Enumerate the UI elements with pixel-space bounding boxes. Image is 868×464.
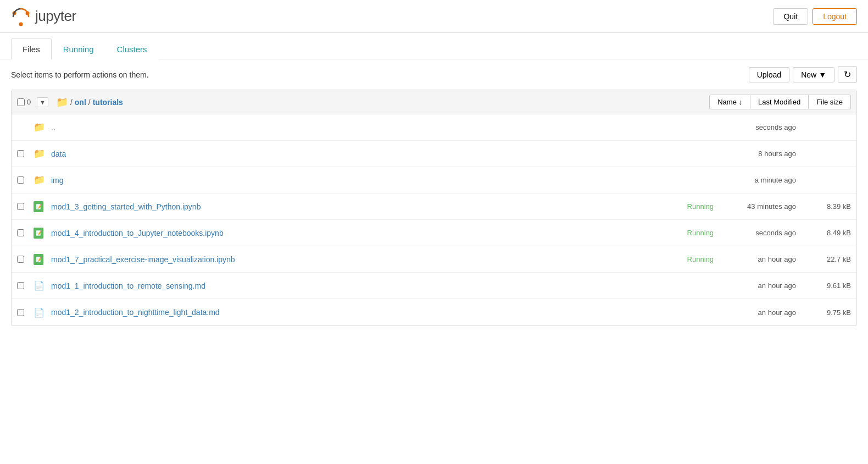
file-status: Running [670,202,714,211]
select-hint: Select items to perform actions on them. [11,70,149,79]
file-name-link[interactable]: data [51,150,670,158]
notebook-icon: 📝 [34,201,43,212]
file-check-area [17,282,34,289]
file-icon-area: 📝 [34,228,47,239]
select-all-area: 0 ▼ [17,97,48,107]
folder-icon: 📁 [34,148,45,159]
toolbar-actions: Upload New ▼ ↻ [749,66,857,83]
file-modified: an hour ago [719,308,807,317]
file-browser: 0 ▼ 📁 / onl / tutorials Name ↓ Last Modi… [11,90,857,326]
app-title: jupyter [35,8,76,25]
file-name-link[interactable]: mod1_4_introduction_to_Jupyter_notebooks… [51,229,670,237]
folder-icon: 📁 [34,174,45,186]
file-row: 📁 .. seconds ago [12,114,856,141]
file-size: 9.61 kB [807,281,851,290]
file-modified: an hour ago [719,255,807,263]
file-list: 📁 .. seconds ago 📁 data 8 hours ago 📁 im… [12,114,856,325]
file-check-area [17,229,34,236]
logout-button[interactable]: Logout [813,8,857,25]
file-status: Running [670,255,714,263]
file-row: 📝 mod1_3_getting_started_with_Python.ipy… [12,194,856,220]
breadcrumb-onl[interactable]: onl [75,98,86,107]
file-modified: a minute ago [719,176,807,184]
parent-folder-icon: 📁 [34,121,45,133]
tabs-bar: Files Running Clusters [0,38,868,59]
file-name-link[interactable]: mod1_1_introduction_to_remote_sensing.md [51,281,670,290]
file-icon-area: 📁 [34,148,47,159]
file-row: 📝 mod1_7_practical_exercise-image_visual… [12,246,856,273]
tab-files[interactable]: Files [11,38,52,59]
quit-button[interactable]: Quit [773,8,808,25]
header-buttons: Quit Logout [773,8,857,25]
breadcrumb-tutorials: tutorials [93,98,123,107]
file-icon-area: 📄 [34,307,47,318]
sort-name-label: Name ↓ [717,98,742,106]
svg-point-0 [19,22,23,26]
new-dropdown-arrow: ▼ [819,70,826,79]
file-name-link[interactable]: img [51,176,670,185]
folder-icon: 📁 [56,96,68,108]
upload-button[interactable]: Upload [749,67,789,82]
browser-header-right: Name ↓ Last Modified File size [709,95,851,109]
file-modified: seconds ago [719,123,807,131]
file-row: 📄 mod1_2_introduction_to_nighttime_light… [12,299,856,325]
file-row: 📁 data 8 hours ago [12,141,856,167]
file-row: 📄 mod1_1_introduction_to_remote_sensing.… [12,273,856,299]
notebook-icon: 📝 [34,254,43,265]
file-icon: 📄 [34,307,44,318]
file-checkbox[interactable] [17,229,24,236]
file-modified: 43 minutes ago [719,202,807,211]
file-icon-area: 📝 [34,201,47,212]
file-modified: 8 hours ago [719,150,807,158]
file-checkbox[interactable] [17,203,24,210]
file-icon: 📄 [34,280,44,291]
file-check-area [17,309,34,316]
file-check-area [17,203,34,210]
sort-size-button[interactable]: File size [809,95,851,109]
header: jupyter Quit Logout [0,0,868,33]
file-check-area [17,176,34,184]
sort-name-button[interactable]: Name ↓ [709,95,750,109]
file-name-link[interactable]: mod1_2_introduction_to_nighttime_light_d… [51,308,670,317]
file-checkbox[interactable] [17,309,24,316]
file-check-area [17,256,34,263]
toolbar: Select items to perform actions on them.… [0,59,868,90]
new-button-label: New [801,70,816,79]
logo: jupyter [11,7,76,26]
file-checkbox[interactable] [17,176,24,184]
tab-clusters[interactable]: Clusters [105,38,159,59]
file-checkbox[interactable] [17,256,24,263]
file-check-area [17,150,34,157]
file-icon-area: 📁 [34,174,47,186]
file-row: 📁 img a minute ago [12,167,856,194]
file-size: 9.75 kB [807,308,851,317]
notebook-icon: 📝 [34,228,43,239]
refresh-button[interactable]: ↻ [838,66,857,83]
file-status: Running [670,229,714,237]
file-checkbox[interactable] [17,150,24,157]
file-icon-area: 📁 [34,121,47,133]
file-size: 22.7 kB [807,255,851,263]
selected-count: 0 [27,98,35,106]
sort-modified-button[interactable]: Last Modified [750,95,809,109]
select-dropdown[interactable]: ▼ [37,97,48,107]
file-icon-area: 📝 [34,254,47,265]
breadcrumb: 📁 / onl / tutorials [56,96,123,108]
file-icon-area: 📄 [34,280,47,291]
browser-header: 0 ▼ 📁 / onl / tutorials Name ↓ Last Modi… [12,90,856,114]
file-checkbox[interactable] [17,282,24,289]
jupyter-logo-icon [11,7,31,26]
file-row: 📝 mod1_4_introduction_to_Jupyter_noteboo… [12,220,856,246]
file-name-link[interactable]: mod1_7_practical_exercise-image_visualiz… [51,255,670,264]
tab-running[interactable]: Running [52,38,105,59]
browser-header-left: 0 ▼ 📁 / onl / tutorials [17,96,709,108]
file-modified: an hour ago [719,281,807,290]
file-name-link[interactable]: .. [51,123,670,132]
file-size: 8.39 kB [807,202,851,211]
file-name-link[interactable]: mod1_3_getting_started_with_Python.ipynb [51,202,670,211]
new-button[interactable]: New ▼ [793,67,834,82]
file-size: 8.49 kB [807,229,851,237]
file-modified: seconds ago [719,229,807,237]
select-all-checkbox[interactable] [17,98,25,106]
